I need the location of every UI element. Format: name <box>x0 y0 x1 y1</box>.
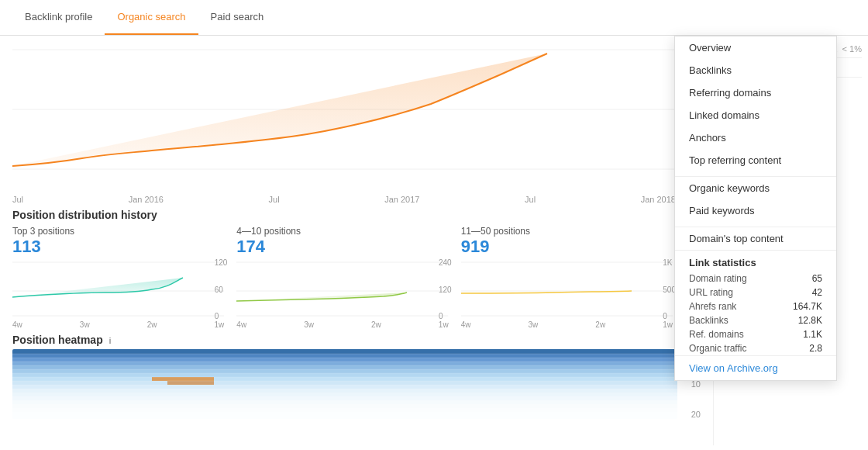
distribution-grid: Top 3 positions 113 <box>12 226 701 329</box>
dropdown-item-linked-domains[interactable]: Linked domains <box>675 104 836 126</box>
dropdown-item-organic-keywords[interactable]: Organic keywords <box>675 176 836 199</box>
dist-item-4to10: 4—10 positions 174 <box>236 226 460 329</box>
dist-chart-top3: 120 60 0 <box>12 258 224 320</box>
link-stats-backlinks: Backlinks 12.8K <box>675 313 836 327</box>
svg-rect-22 <box>12 389 677 393</box>
svg-rect-29 <box>152 377 214 381</box>
link-stats-ref-domains: Ref. domains 1.1K <box>675 327 836 341</box>
svg-rect-21 <box>12 385 677 389</box>
svg-rect-16 <box>12 365 677 369</box>
dropdown-item-referring-domains[interactable]: Referring domains <box>675 81 836 104</box>
dropdown-menu: Overview Backlinks Referring domains Lin… <box>674 36 837 381</box>
position-distribution-title: Position distribution history <box>12 209 701 221</box>
link-stats-domain-rating: Domain rating 65 <box>675 272 836 286</box>
link-stats-organic-traffic: Organic traffic 2.8 <box>675 341 836 355</box>
svg-rect-25 <box>12 400 677 404</box>
tab-organic-search[interactable]: Organic search <box>105 0 198 35</box>
dist-chart-4to10: 240 120 0 <box>236 258 448 320</box>
svg-rect-28 <box>12 412 677 419</box>
view-archive-link[interactable]: View on Archive.org <box>675 355 836 380</box>
link-stats-ahrefs-rank: Ahrefs rank 164.7K <box>675 299 836 313</box>
dropdown-item-paid-keywords[interactable]: Paid keywords <box>675 199 836 222</box>
svg-rect-15 <box>12 362 677 365</box>
svg-rect-17 <box>12 369 677 373</box>
main-chart-svg <box>12 42 676 178</box>
dropdown-item-backlinks[interactable]: Backlinks <box>675 59 836 81</box>
dropdown-item-domain-top-content[interactable]: Domain's top content <box>675 227 836 250</box>
svg-rect-24 <box>12 396 677 400</box>
tabs-bar: Backlink profile Organic search Paid sea… <box>0 0 868 36</box>
heatmap-container: 1 10 20 <box>12 349 701 419</box>
dist-item-11to50: 11—50 positions 919 <box>461 226 685 329</box>
link-statistics-header: Link statistics <box>675 250 836 272</box>
left-panel: 2K 1K 0 Jul Jan 2016 Jul Jan 2017 Jul Ja… <box>0 36 713 445</box>
svg-rect-26 <box>12 404 677 408</box>
tab-backlink-profile[interactable]: Backlink profile <box>12 0 105 35</box>
svg-rect-14 <box>12 358 677 362</box>
svg-rect-12 <box>12 349 677 354</box>
heatmap-section: Position heatmap i <box>12 334 701 419</box>
svg-rect-20 <box>12 381 677 385</box>
svg-rect-13 <box>12 354 677 358</box>
svg-rect-18 <box>12 373 677 377</box>
dist-item-top3: Top 3 positions 113 <box>12 226 236 329</box>
main-chart: 2K 1K 0 <box>12 42 701 193</box>
chart-x-labels: Jul Jan 2016 Jul Jan 2017 Jul Jan 2018 <box>12 195 676 204</box>
tab-paid-search[interactable]: Paid search <box>198 0 277 35</box>
dropdown-item-anchors[interactable]: Anchors <box>675 126 836 149</box>
svg-rect-23 <box>12 393 677 396</box>
svg-rect-30 <box>167 381 214 385</box>
svg-rect-27 <box>12 408 677 412</box>
dropdown-item-overview[interactable]: Overview <box>675 36 836 59</box>
heatmap-title: Position heatmap i <box>12 334 701 346</box>
svg-rect-19 <box>12 377 677 381</box>
link-stats-url-rating: URL rating 42 <box>675 286 836 299</box>
heatmap-visual <box>12 349 677 419</box>
dropdown-item-top-referring[interactable]: Top referring content <box>675 149 836 171</box>
dist-chart-11to50: 1K 500 0 <box>461 258 673 320</box>
